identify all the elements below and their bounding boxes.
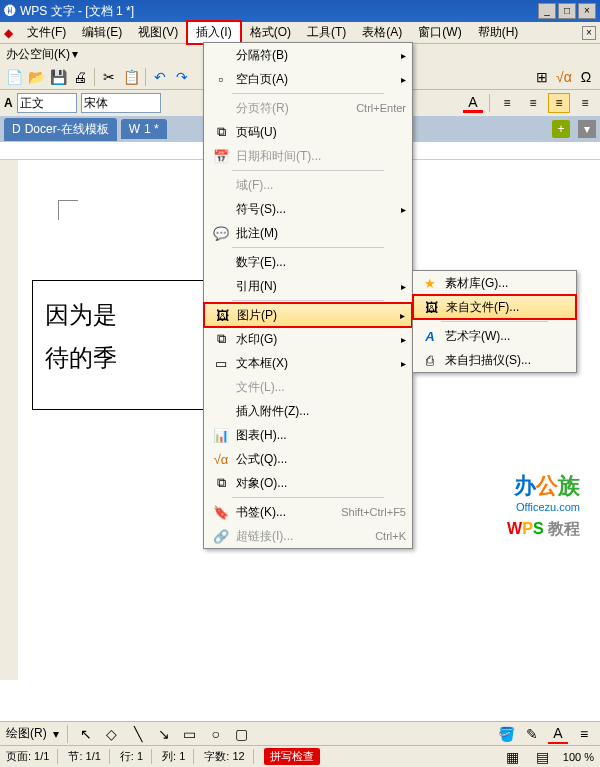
separator <box>145 68 146 86</box>
arrow-icon[interactable]: ↘ <box>154 724 174 744</box>
view-mode-icon[interactable]: ▤ <box>533 747 553 767</box>
insert-dropdown: 分隔符(B)▸ ▫空白页(A)▸ 分页符(R)Ctrl+Enter ⧉页码(U)… <box>203 42 413 549</box>
menu-item-picture[interactable]: 🖼图片(P)▸ <box>203 302 413 328</box>
window-title: WPS 文字 - [文档 1 *] <box>20 3 538 20</box>
maximize-button[interactable]: □ <box>558 3 576 19</box>
status-bar: 页面: 1/1 节: 1/1 行: 1 列: 1 字数: 12 拼写检查 ▦ ▤… <box>0 745 600 767</box>
font-color-icon[interactable]: A <box>463 93 483 113</box>
menu-item-comment[interactable]: 💬批注(M) <box>204 221 412 245</box>
menu-tools[interactable]: 工具(T) <box>299 22 354 43</box>
align-justify-icon[interactable]: ≡ <box>574 93 596 113</box>
submenu-gallery[interactable]: ★素材库(G)... <box>413 271 576 295</box>
zoom-level[interactable]: 100 % <box>563 751 594 763</box>
print-icon[interactable]: 🖨 <box>70 67 90 87</box>
style-indicator-icon: A <box>4 96 13 110</box>
doc-close-button[interactable]: × <box>582 26 596 40</box>
dropdown-arrow-icon[interactable]: ▾ <box>72 47 78 61</box>
text-line-1: 因为是 <box>45 293 194 336</box>
font-combo[interactable] <box>81 93 161 113</box>
hyperlink-icon: 🔗 <box>210 529 232 544</box>
font-color-draw-icon[interactable]: A <box>548 724 568 744</box>
fill-color-icon[interactable]: 🪣 <box>496 724 516 744</box>
dropdown-arrow-icon[interactable]: ▾ <box>53 727 59 741</box>
text-content[interactable]: 因为是 待的季 <box>33 281 206 391</box>
docer-icon: D <box>12 122 21 136</box>
text-box[interactable]: 因为是 待的季 <box>32 280 207 410</box>
new-icon[interactable]: 📄 <box>4 67 24 87</box>
chart-icon: 📊 <box>210 428 232 443</box>
redo-icon[interactable]: ↷ <box>172 67 192 87</box>
table-icon[interactable]: ⊞ <box>532 67 552 87</box>
menu-item-bookmark[interactable]: 🔖书签(K)...Shift+Ctrl+F5 <box>204 500 412 524</box>
menu-item-formula[interactable]: √α公式(Q)... <box>204 447 412 471</box>
copy-icon[interactable]: 📋 <box>121 67 141 87</box>
menu-help[interactable]: 帮助(H) <box>470 22 527 43</box>
submenu-from-scanner[interactable]: ⎙来自扫描仪(S)... <box>413 348 576 372</box>
menu-window[interactable]: 窗口(W) <box>410 22 469 43</box>
status-col: 列: 1 <box>162 749 194 764</box>
page-corner <box>58 200 78 220</box>
align-right-icon[interactable]: ≡ <box>548 93 570 113</box>
select-icon[interactable]: ↖ <box>76 724 96 744</box>
line-icon[interactable]: ╲ <box>128 724 148 744</box>
spellcheck-button[interactable]: 拼写检查 <box>264 748 320 765</box>
menu-item-textbox[interactable]: ▭文本框(X)▸ <box>204 351 412 375</box>
undo-icon[interactable]: ↶ <box>150 67 170 87</box>
menu-file[interactable]: 文件(F) <box>19 22 74 43</box>
style-combo[interactable] <box>17 93 77 113</box>
object-icon: ⧉ <box>210 475 232 491</box>
menu-item-number[interactable]: 数字(E)... <box>204 250 412 274</box>
watermark-url: Officezu.com <box>507 501 580 513</box>
menu-table[interactable]: 表格(A) <box>354 22 410 43</box>
menu-item-reference[interactable]: 引用(N)▸ <box>204 274 412 298</box>
align-center-icon[interactable]: ≡ <box>522 93 544 113</box>
workspace-label[interactable]: 办公空间(K) <box>6 46 70 63</box>
menu-item-watermark[interactable]: ⧉水印(G)▸ <box>204 327 412 351</box>
menu-separator <box>441 321 548 322</box>
add-tab-button[interactable]: + <box>552 120 570 138</box>
menu-view[interactable]: 视图(V) <box>130 22 186 43</box>
view-mode-icon[interactable]: ▦ <box>503 747 523 767</box>
menu-separator <box>232 497 384 498</box>
cut-icon[interactable]: ✂ <box>99 67 119 87</box>
close-button[interactable]: × <box>578 3 596 19</box>
menu-item-symbol[interactable]: 符号(S)...▸ <box>204 197 412 221</box>
textbox-icon: ▭ <box>210 356 232 371</box>
menu-item-page-number[interactable]: ⧉页码(U) <box>204 120 412 144</box>
app-menu-icon[interactable]: ◆ <box>4 26 13 40</box>
shapes-icon[interactable]: ◇ <box>102 724 122 744</box>
rect-icon[interactable]: ▭ <box>180 724 200 744</box>
formula-icon[interactable]: √α <box>554 67 574 87</box>
menu-item-attachment[interactable]: 插入附件(Z)... <box>204 399 412 423</box>
submenu-from-file[interactable]: 🖼来自文件(F)... <box>412 294 577 320</box>
textbox-icon[interactable]: ▢ <box>232 724 252 744</box>
tab-menu-button[interactable]: ▾ <box>578 120 596 138</box>
open-icon[interactable]: 📂 <box>26 67 46 87</box>
align-left-icon[interactable]: ≡ <box>496 93 518 113</box>
draw-label[interactable]: 绘图(R) <box>6 725 47 742</box>
tab-docer[interactable]: D Docer-在线模板 <box>4 118 117 141</box>
submenu-wordart[interactable]: A艺术字(W)... <box>413 324 576 348</box>
menu-item-object[interactable]: ⧉对象(O)... <box>204 471 412 495</box>
oval-icon[interactable]: ○ <box>206 724 226 744</box>
arrow-icon: ▸ <box>401 281 406 292</box>
tab-label: Docer-在线模板 <box>25 121 109 138</box>
tab-doc1[interactable]: W 1 * <box>121 119 167 139</box>
line-style-icon[interactable]: ≡ <box>574 724 594 744</box>
menu-item-blank-page[interactable]: ▫空白页(A)▸ <box>204 67 412 91</box>
watermark-wps: WPS 教程 <box>507 519 580 540</box>
symbol-icon[interactable]: Ω <box>576 67 596 87</box>
menu-item-separator[interactable]: 分隔符(B)▸ <box>204 43 412 67</box>
menu-item-chart[interactable]: 📊图表(H)... <box>204 423 412 447</box>
menu-edit[interactable]: 编辑(E) <box>74 22 130 43</box>
minimize-button[interactable]: _ <box>538 3 556 19</box>
drawing-toolbar: 绘图(R) ▾ ↖ ◇ ╲ ↘ ▭ ○ ▢ 🪣 ✎ A ≡ <box>0 721 600 745</box>
menu-bar: ◆ 文件(F) 编辑(E) 视图(V) 插入(I) 格式(O) 工具(T) 表格… <box>0 22 600 44</box>
watermark: 办公族 Officezu.com WPS 教程 <box>507 471 580 540</box>
menu-item-hyperlink: 🔗超链接(I)...Ctrl+K <box>204 524 412 548</box>
save-icon[interactable]: 💾 <box>48 67 68 87</box>
menu-format[interactable]: 格式(O) <box>242 22 299 43</box>
separator <box>67 725 68 743</box>
line-color-icon[interactable]: ✎ <box>522 724 542 744</box>
arrow-icon: ▸ <box>401 204 406 215</box>
